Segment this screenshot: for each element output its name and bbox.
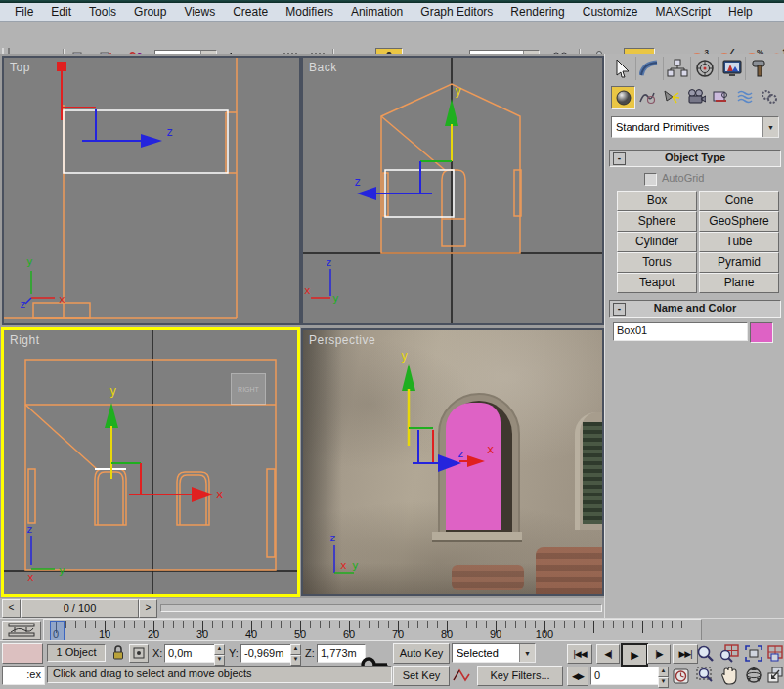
previous-frame-arrow[interactable]: <	[2, 599, 21, 618]
selection-lock-button[interactable]	[111, 644, 125, 661]
spinner-down-icon[interactable]: ▼	[290, 655, 301, 666]
object-type-rollout-header[interactable]: - Object Type	[609, 150, 781, 167]
time-slider-track[interactable]	[160, 604, 602, 612]
zoom-extents-button[interactable]	[744, 644, 763, 663]
menu-help[interactable]: Help	[719, 4, 762, 20]
category-geometry[interactable]	[611, 86, 635, 109]
spinner-up-icon[interactable]: ▲	[214, 644, 225, 655]
menu-modifiers[interactable]: Modifiers	[277, 4, 342, 20]
menu-graph-editors[interactable]: Graph Editors	[412, 4, 501, 20]
sphere-button[interactable]: Sphere	[617, 211, 697, 232]
key-filter-dropdown[interactable]: Selected ▼	[452, 643, 536, 663]
set-key-button[interactable]: Set Key	[393, 666, 450, 686]
track-bar-ruler[interactable]: 0 10 20 30 40 50 60 70 80 90 100	[43, 619, 702, 642]
menu-group[interactable]: Group	[125, 4, 175, 20]
primitive-category-dropdown[interactable]: Standard Primitives ▼	[611, 116, 779, 138]
x-spinner[interactable]: ▲▼	[214, 644, 225, 666]
track-bar-frame-handle[interactable]	[50, 621, 65, 642]
region-zoom-button[interactable]	[696, 667, 715, 685]
menu-tools[interactable]: Tools	[80, 4, 125, 20]
object-name-field[interactable]: Box01	[613, 322, 748, 341]
menu-customize[interactable]: Customize	[574, 4, 647, 20]
maxscript-macro-swatch[interactable]	[2, 643, 43, 664]
cone-button[interactable]: Cone	[699, 191, 779, 211]
menu-maxscript[interactable]: MAXScript	[646, 4, 719, 20]
zoom-button[interactable]	[696, 644, 715, 663]
category-helpers[interactable]	[709, 86, 731, 108]
box-button[interactable]: Box	[617, 191, 697, 211]
key-mode-toggle-button[interactable]: ◀▶	[567, 667, 588, 686]
tab-modify[interactable]	[636, 57, 664, 80]
region-zoom-icon	[696, 667, 715, 685]
pan-button[interactable]	[719, 666, 738, 685]
torus-button[interactable]: Torus	[617, 252, 697, 273]
tab-hierarchy[interactable]	[664, 57, 691, 80]
frame-spinner[interactable]: ▲▼	[658, 667, 669, 688]
viewport-perspective[interactable]: Perspective y z x z x y	[301, 328, 604, 596]
go-to-end-button[interactable]: ▶▶|	[673, 644, 698, 664]
tripod-y-label: y	[332, 292, 339, 305]
key-filters-label: Key Filters...	[490, 669, 549, 681]
tab-utilities[interactable]	[746, 57, 772, 80]
cylinder-button[interactable]: Cylinder	[617, 232, 697, 252]
current-frame-field[interactable]: 0	[590, 667, 663, 685]
name-color-title: Name and Color	[654, 302, 736, 314]
maxscript-mini-listener[interactable]: :ex	[2, 666, 45, 685]
plane-button[interactable]: Plane	[699, 273, 779, 293]
z-coord-field[interactable]: 1,773m	[317, 644, 366, 663]
spinner-down-icon[interactable]: ▼	[658, 677, 669, 688]
menu-edit[interactable]: Edit	[42, 4, 80, 20]
time-configuration-button[interactable]	[673, 667, 691, 685]
spinner-up-icon[interactable]: ▲	[658, 667, 669, 677]
auto-key-button[interactable]: Auto Key	[393, 643, 450, 664]
chevron-down-icon[interactable]: ▼	[762, 117, 778, 137]
category-space-warps[interactable]	[733, 86, 756, 108]
min-max-toggle-button[interactable]	[767, 666, 783, 684]
display-tab-icon	[721, 59, 743, 78]
y-coord-field[interactable]: -0,969m	[240, 644, 295, 663]
category-cameras[interactable]	[684, 86, 707, 108]
chevron-down-icon[interactable]: ▼	[519, 644, 535, 662]
default-in-out-tangent-button[interactable]	[452, 667, 471, 684]
tab-create[interactable]	[609, 57, 636, 80]
category-shapes[interactable]	[635, 86, 658, 108]
spinner-down-icon[interactable]: ▼	[214, 655, 225, 666]
next-frame-arrow[interactable]: >	[139, 599, 157, 618]
pyramid-button[interactable]: Pyramid	[699, 252, 779, 273]
absolute-offset-toggle-button[interactable]	[129, 644, 149, 663]
arc-rotate-button[interactable]	[744, 666, 763, 685]
object-color-swatch[interactable]	[750, 322, 773, 343]
x-coord-field[interactable]: 0,0m	[164, 644, 219, 663]
collapse-icon[interactable]: -	[613, 152, 626, 165]
category-lights[interactable]	[660, 86, 682, 108]
time-slider[interactable]: 0 / 100	[21, 599, 139, 618]
y-spinner[interactable]: ▲▼	[290, 644, 301, 666]
zoom-all-button[interactable]	[719, 644, 739, 663]
autogrid-checkbox[interactable]	[644, 173, 657, 186]
menu-create[interactable]: Create	[224, 4, 277, 20]
go-to-start-button[interactable]: |◀◀	[567, 644, 592, 664]
viewport-back[interactable]: Back z y	[301, 56, 604, 325]
next-frame-button[interactable]: |▶	[647, 644, 671, 664]
spinner-up-icon[interactable]: ▲	[290, 644, 301, 655]
tube-button[interactable]: Tube	[699, 232, 779, 252]
viewport-top[interactable]: Top z	[2, 56, 301, 325]
menu-file[interactable]: File	[6, 4, 42, 20]
tick-label-80: 80	[441, 628, 453, 640]
previous-frame-button[interactable]: ◀|	[596, 644, 620, 664]
tab-motion[interactable]	[691, 57, 719, 80]
menu-animation[interactable]: Animation	[342, 4, 412, 20]
name-color-rollout-header[interactable]: - Name and Color	[609, 300, 781, 318]
menu-rendering[interactable]: Rendering	[501, 4, 573, 20]
geosphere-button[interactable]: GeoSphere	[699, 211, 779, 232]
menu-views[interactable]: Views	[175, 4, 224, 20]
teapot-button[interactable]: Teapot	[617, 273, 697, 293]
mini-curve-editor-button[interactable]	[2, 621, 41, 640]
collapse-icon[interactable]: -	[613, 303, 626, 316]
zoom-extents-all-button[interactable]	[767, 644, 783, 663]
key-filters-button[interactable]: Key Filters...	[477, 666, 563, 686]
viewport-right[interactable]: Right RIGHT y	[1, 327, 300, 597]
play-button[interactable]: ▶	[621, 643, 648, 667]
category-systems[interactable]	[758, 86, 780, 108]
tab-display[interactable]	[719, 57, 746, 80]
